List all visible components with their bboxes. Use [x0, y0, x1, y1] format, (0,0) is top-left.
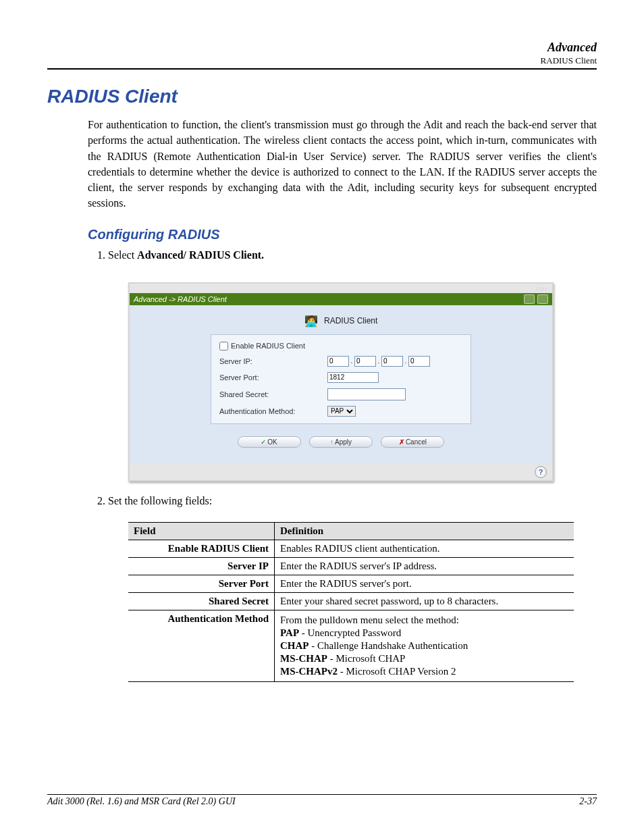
steps-list-cont: Set the following fields:: [95, 494, 597, 514]
titlebar-icon-2[interactable]: [537, 294, 548, 304]
table-row: Shared Secret Enter your shared secret p…: [128, 593, 574, 610]
table-row: Server IP Enter the RADIUS server's IP a…: [128, 558, 574, 575]
step-1: Select Advanced/ RADIUS Client.: [108, 248, 597, 263]
panel-title: RADIUS Client: [324, 315, 377, 325]
cancel-button[interactable]: ✗Cancel: [381, 436, 444, 448]
page-title: RADIUS Client: [47, 86, 597, 107]
enable-radius-checkbox[interactable]: [219, 342, 228, 350]
shared-secret-input[interactable]: [327, 388, 406, 400]
ok-button[interactable]: ✓OK: [238, 436, 301, 448]
section-heading: Configuring RADIUS: [88, 227, 597, 242]
server-ip-label: Server IP:: [219, 357, 327, 365]
steps-list: Select Advanced/ RADIUS Client.: [95, 248, 597, 268]
enable-radius-label: Enable RADIUS Client: [231, 342, 305, 350]
radius-client-icon: 🧑‍💻: [304, 315, 318, 328]
resize-grip-icon: ::::: [537, 286, 548, 292]
th-field: Field: [128, 523, 275, 540]
header-rule: [47, 68, 597, 70]
form-panel: Enable RADIUS Client Server IP: ... Serv…: [211, 334, 471, 424]
server-port-input[interactable]: [327, 372, 379, 383]
field-definition-table: Field Definition Enable RADIUS Client En…: [128, 522, 574, 682]
help-icon[interactable]: ?: [535, 466, 547, 478]
shared-secret-label: Shared Secret:: [219, 390, 327, 398]
th-definition: Definition: [275, 523, 574, 540]
intro-paragraph: For authentication to function, the clie…: [88, 117, 597, 211]
step-1-bold: Advanced/ RADIUS Client.: [137, 249, 264, 261]
table-row: Enable RADIUS Client Enables RADIUS clie…: [128, 540, 574, 558]
step-1-prefix: Select: [108, 249, 137, 261]
gui-screenshot: :::: Advanced -> RADIUS Client 🧑‍💻 RADIU…: [128, 282, 554, 481]
auth-method-label: Authentication Method:: [219, 407, 327, 415]
step-2: Set the following fields:: [108, 494, 597, 509]
table-row: Server Port Enter the RADIUS server's po…: [128, 575, 574, 593]
header-subsection: RADIUS Client: [47, 55, 597, 66]
header-section: Advanced: [47, 41, 597, 55]
breadcrumb: Advanced -> RADIUS Client: [134, 295, 227, 303]
ip-octet-1[interactable]: [327, 356, 349, 367]
ip-octet-2[interactable]: [354, 356, 376, 367]
server-port-label: Server Port:: [219, 373, 327, 382]
ip-octet-3[interactable]: [381, 356, 403, 367]
ip-octet-4[interactable]: [408, 356, 430, 367]
table-row: Authentication Method From the pulldown …: [128, 610, 574, 682]
footer-page-number: 2-37: [579, 796, 597, 807]
footer-product: Adit 3000 (Rel. 1.6) and MSR Card (Rel 2…: [47, 796, 236, 807]
titlebar-icon-1[interactable]: [524, 294, 535, 304]
auth-method-select[interactable]: PAP: [327, 406, 356, 417]
apply-button[interactable]: ↑Apply: [309, 436, 373, 448]
